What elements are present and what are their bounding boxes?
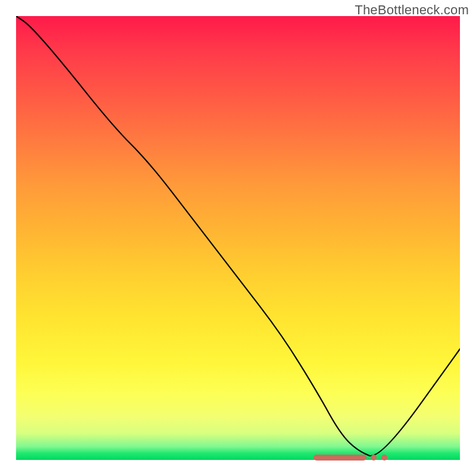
bottleneck-chart	[16, 16, 460, 460]
optimal-range-marker	[314, 455, 367, 461]
bottleneck-curve-path	[16, 16, 460, 456]
chart-curve-layer	[16, 16, 460, 460]
optimal-point-marker-1	[371, 455, 377, 461]
